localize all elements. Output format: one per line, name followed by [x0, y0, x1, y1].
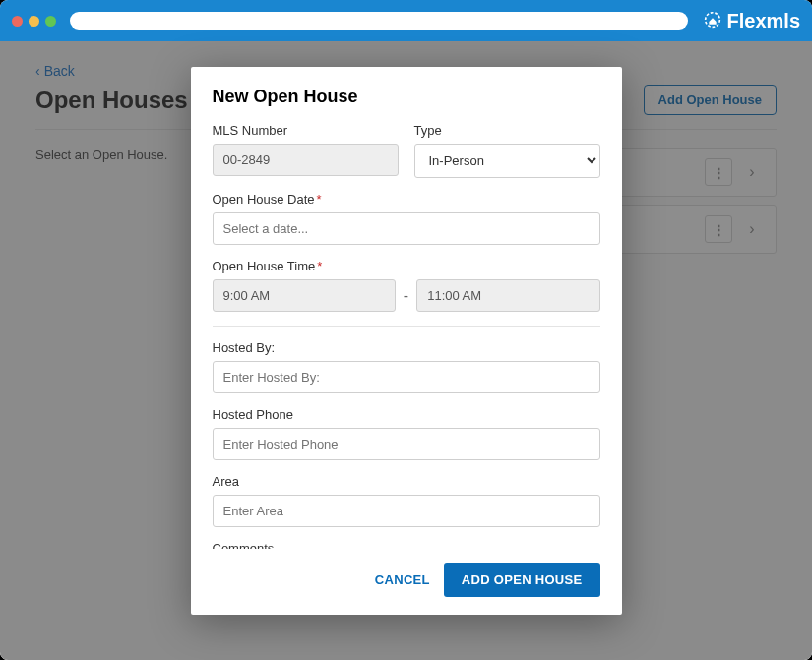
zoom-icon[interactable] — [45, 16, 56, 27]
time-label: Open House Time* — [213, 259, 600, 273]
close-icon[interactable] — [12, 16, 23, 27]
date-label: Open House Date* — [213, 192, 600, 207]
mls-label: MLS Number — [213, 123, 399, 138]
time-start-input[interactable] — [213, 279, 396, 312]
type-label: Type — [414, 123, 600, 138]
modal-scroll[interactable]: New Open House MLS Number Type In-Person… — [191, 67, 622, 549]
add-open-house-submit-button[interactable]: ADD OPEN HOUSE — [444, 563, 600, 597]
hosted-phone-input[interactable] — [213, 428, 600, 460]
window-controls — [12, 16, 56, 27]
brand-logo: Flexmls — [702, 10, 800, 32]
hosted-by-label: Hosted By: — [213, 340, 600, 355]
address-bar[interactable] — [70, 12, 688, 30]
hosted-by-input[interactable] — [213, 361, 600, 393]
titlebar: Flexmls — [0, 0, 812, 41]
time-end-input[interactable] — [416, 279, 599, 312]
cancel-button[interactable]: CANCEL — [375, 572, 430, 587]
modal-footer: CANCEL ADD OPEN HOUSE — [191, 549, 622, 615]
type-select[interactable]: In-Person — [414, 144, 600, 178]
area-input[interactable] — [213, 495, 600, 527]
divider — [213, 326, 600, 327]
area-label: Area — [213, 474, 600, 489]
browser-window: Flexmls ‹ Back Open Houses Add Open Hous… — [0, 0, 812, 660]
new-open-house-modal: New Open House MLS Number Type In-Person… — [191, 67, 622, 615]
brand-icon — [702, 10, 723, 31]
modal-title: New Open House — [213, 87, 600, 107]
dash-icon: - — [404, 287, 408, 305]
minimize-icon[interactable] — [29, 16, 39, 27]
comments-label: Comments — [213, 541, 600, 549]
mls-number-input — [213, 144, 399, 176]
hosted-phone-label: Hosted Phone — [213, 407, 600, 422]
brand-text: Flexmls — [727, 10, 800, 32]
open-house-date-input[interactable] — [213, 212, 600, 245]
